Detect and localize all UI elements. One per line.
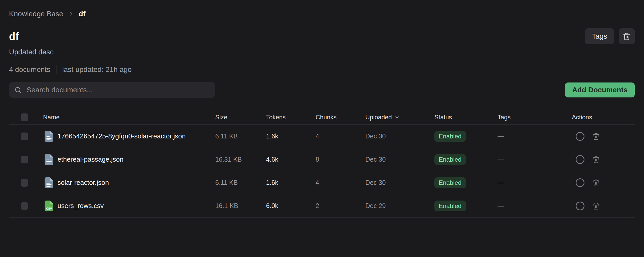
actions-cell	[572, 178, 635, 187]
table-row: CSV 1766542654725-8ygfqn0-solar-reactor.…	[9, 125, 635, 148]
size-cell: 6.11 KB	[215, 179, 266, 186]
uploaded-cell: Dec 29	[365, 202, 434, 210]
tokens-cell: 4.6k	[266, 156, 316, 163]
circle-status-icon[interactable]	[576, 202, 584, 210]
delete-document-icon[interactable]	[592, 132, 600, 140]
row-checkbox[interactable]	[21, 156, 28, 163]
title-row: df Tags	[9, 28, 635, 44]
breadcrumb: Knowledge Base df	[9, 10, 635, 18]
delete-document-icon[interactable]	[592, 156, 600, 163]
uploaded-cell: Dec 30	[365, 132, 434, 140]
row-checkbox-cell	[9, 202, 43, 210]
status-cell: Enabled	[434, 201, 498, 211]
page-title: df	[9, 31, 19, 42]
status-cell: Enabled	[434, 154, 498, 165]
size-cell: 6.11 KB	[215, 132, 266, 140]
column-header-uploaded-label: Uploaded	[365, 114, 392, 121]
row-checkbox[interactable]	[21, 132, 28, 140]
document-name[interactable]: ethereal-passage.json	[57, 155, 123, 163]
breadcrumb-current: df	[79, 10, 85, 18]
delete-document-icon[interactable]	[592, 202, 600, 210]
search-icon	[14, 86, 22, 94]
row-checkbox[interactable]	[21, 202, 28, 210]
knowledge-base-page: Knowledge Base df df Tags Updated desc 4…	[0, 10, 644, 218]
title-actions: Tags	[585, 28, 635, 44]
chunks-cell: 4	[316, 179, 365, 186]
table-header-row: Name Size Tokens Chunks Uploaded Status …	[9, 110, 635, 125]
tags-button[interactable]: Tags	[585, 28, 614, 44]
table-row: CSV ethereal-passage.json 16.31 KB 4.6k …	[9, 148, 635, 171]
column-header-chunks[interactable]: Chunks	[316, 114, 365, 121]
chunks-cell: 4	[316, 132, 365, 140]
documents-count: 4 documents	[9, 65, 50, 74]
svg-text:CSV: CSV	[46, 207, 52, 210]
last-updated: last updated: 21h ago	[62, 65, 131, 74]
meta-line: 4 documents last updated: 21h ago	[9, 65, 635, 74]
tags-cell: —	[498, 202, 572, 210]
document-name-cell[interactable]: CSV users_rows.csv	[43, 201, 215, 211]
select-all-cell	[9, 113, 43, 121]
document-name-cell[interactable]: CSV solar-reactor.json	[43, 177, 215, 188]
tokens-cell: 1.6k	[266, 179, 316, 186]
tags-cell: —	[498, 156, 572, 163]
status-badge: Enabled	[434, 131, 466, 142]
actions-cell	[572, 202, 635, 210]
status-cell: Enabled	[434, 177, 498, 188]
tags-cell: —	[498, 179, 572, 186]
kb-description: Updated desc	[9, 48, 635, 56]
tags-cell: —	[498, 132, 572, 140]
meta-divider	[56, 65, 56, 74]
actions-cell	[572, 155, 635, 164]
uploaded-cell: Dec 30	[365, 156, 434, 163]
status-badge: Enabled	[434, 177, 466, 188]
column-header-status[interactable]: Status	[434, 114, 498, 121]
breadcrumb-knowledge-base-link[interactable]: Knowledge Base	[9, 10, 63, 18]
json-file-icon	[45, 131, 53, 142]
column-header-tags[interactable]: Tags	[498, 114, 572, 121]
delete-knowledge-base-button[interactable]	[619, 28, 635, 44]
document-name[interactable]: solar-reactor.json	[57, 179, 109, 187]
table-row: CSV users_rows.csv 16.1 KB 6.0k 2 Dec 29…	[9, 194, 635, 218]
table-row: CSV solar-reactor.json 6.11 KB 1.6k 4 De…	[9, 171, 635, 194]
chevron-down-icon	[394, 115, 400, 120]
document-name[interactable]: users_rows.csv	[57, 202, 104, 210]
trash-icon	[623, 32, 631, 40]
circle-status-icon[interactable]	[576, 132, 584, 141]
row-checkbox-cell	[9, 179, 43, 187]
column-header-uploaded[interactable]: Uploaded	[365, 114, 434, 121]
row-checkbox-cell	[9, 156, 43, 163]
status-cell: Enabled	[434, 131, 498, 142]
column-header-actions: Actions	[572, 114, 635, 121]
add-documents-button[interactable]: Add Documents	[565, 82, 635, 97]
table-body: CSV 1766542654725-8ygfqn0-solar-reactor.…	[9, 125, 635, 218]
delete-document-icon[interactable]	[592, 179, 600, 187]
document-name-cell[interactable]: CSV 1766542654725-8ygfqn0-solar-reactor.…	[43, 131, 215, 142]
chunks-cell: 2	[316, 202, 365, 210]
select-all-checkbox[interactable]	[21, 113, 28, 121]
circle-status-icon[interactable]	[576, 178, 584, 187]
toolbar: Add Documents	[9, 82, 635, 98]
uploaded-cell: Dec 30	[365, 179, 434, 186]
tokens-cell: 1.6k	[266, 132, 316, 140]
search-input[interactable]	[26, 86, 210, 94]
size-cell: 16.31 KB	[215, 156, 266, 163]
row-checkbox-cell	[9, 132, 43, 140]
chunks-cell: 8	[316, 156, 365, 163]
documents-table: Name Size Tokens Chunks Uploaded Status …	[9, 110, 635, 218]
chevron-right-icon	[68, 11, 74, 17]
csv-file-icon: CSV	[45, 201, 53, 211]
document-name[interactable]: 1766542654725-8ygfqn0-solar-reactor.json	[57, 132, 186, 140]
json-file-icon	[45, 154, 53, 165]
status-badge: Enabled	[434, 201, 466, 211]
json-file-icon	[45, 177, 53, 188]
column-header-size[interactable]: Size	[215, 114, 266, 121]
row-checkbox[interactable]	[21, 179, 28, 187]
search-bar	[9, 82, 215, 98]
document-name-cell[interactable]: CSV ethereal-passage.json	[43, 154, 215, 165]
status-badge: Enabled	[434, 154, 466, 165]
column-header-name[interactable]: Name	[43, 114, 215, 121]
actions-cell	[572, 132, 635, 141]
circle-status-icon[interactable]	[576, 155, 584, 164]
column-header-tokens[interactable]: Tokens	[266, 114, 316, 121]
size-cell: 16.1 KB	[215, 202, 266, 210]
